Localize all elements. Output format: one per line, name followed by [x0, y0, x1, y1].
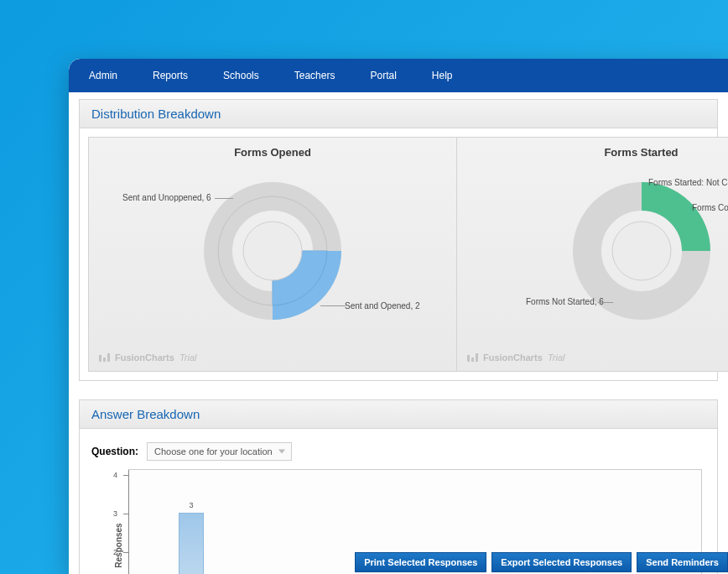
- svg-point-2: [243, 222, 302, 280]
- distribution-panel-title: Distribution Breakdown: [80, 100, 717, 128]
- action-buttons: Print Selected Responses Export Selected…: [355, 552, 728, 572]
- send-reminders-button[interactable]: Send Reminders: [637, 552, 728, 572]
- print-selected-button[interactable]: Print Selected Responses: [355, 552, 486, 572]
- question-row: Question: Choose one for your location: [88, 437, 709, 469]
- callout-completed: Forms Completed: [692, 203, 728, 212]
- nav-reports[interactable]: Reports: [153, 70, 188, 81]
- bar-1: [179, 513, 204, 574]
- y-axis-title: Responses: [114, 523, 123, 567]
- chart-forms-opened: Forms Opened Sent and: [88, 137, 457, 372]
- charts-row: Forms Opened Sent and: [88, 137, 709, 372]
- nav-schools[interactable]: Schools: [223, 70, 259, 81]
- callout-started-not-complete: Forms Started: Not Completed: [648, 178, 728, 187]
- y-tick: 3: [113, 509, 117, 518]
- bar-1-label: 3: [179, 501, 204, 509]
- nav-help[interactable]: Help: [432, 70, 453, 81]
- chart-title-opened: Forms Opened: [89, 138, 456, 159]
- distribution-panel: Distribution Breakdown Forms Opened: [79, 99, 718, 381]
- donut-chart-opened: [201, 180, 344, 322]
- question-label: Question:: [91, 446, 138, 457]
- export-selected-button[interactable]: Export Selected Responses: [491, 552, 632, 572]
- answer-panel: Answer Breakdown Question: Choose one fo…: [79, 399, 718, 574]
- chart-title-started: Forms Started: [457, 138, 728, 159]
- chart-forms-started: Forms Started Forms Not Started, 6 Forms…: [457, 137, 728, 372]
- fusioncharts-watermark: FusionCharts Trial: [467, 352, 564, 363]
- chart-bars-icon: [467, 353, 478, 362]
- callout-unopened: Sent and Unoppened, 6: [122, 193, 211, 202]
- question-select[interactable]: Choose one for your location: [147, 442, 292, 461]
- chart-bars-icon: [99, 353, 110, 362]
- y-tick: 4: [113, 471, 117, 479]
- y-tick: 2: [113, 548, 117, 556]
- callout-opened: Sent and Opened, 2: [345, 301, 420, 310]
- nav-portal[interactable]: Portal: [370, 70, 396, 81]
- fusioncharts-watermark: FusionCharts Trial: [99, 352, 196, 363]
- nav-admin[interactable]: Admin: [89, 70, 117, 81]
- distribution-panel-body: Forms Opened Sent and: [80, 128, 717, 380]
- answer-panel-title: Answer Breakdown: [80, 400, 717, 429]
- svg-point-4: [612, 222, 671, 280]
- callout-not-started: Forms Not Started, 6: [526, 297, 604, 306]
- nav-teachers[interactable]: Teachers: [294, 70, 335, 81]
- top-nav: Admin Reports Schools Teachers Portal He…: [69, 59, 728, 92]
- app-window: Admin Reports Schools Teachers Portal He…: [69, 59, 728, 574]
